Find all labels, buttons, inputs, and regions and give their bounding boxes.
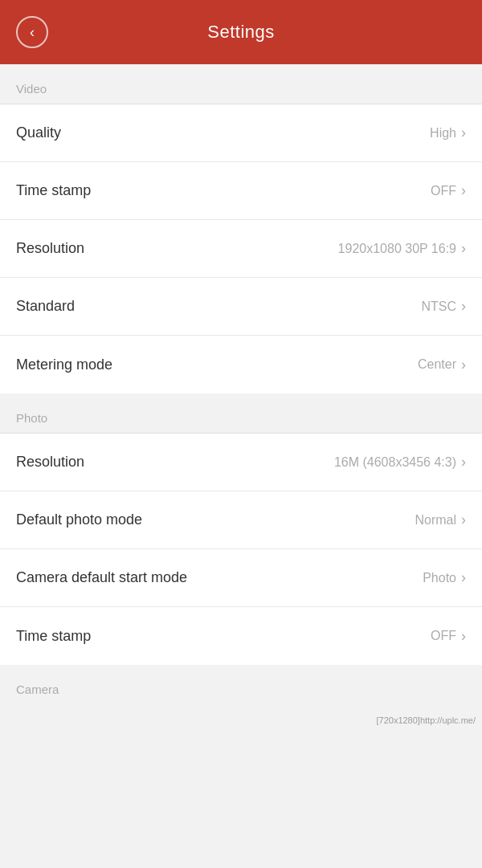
video-resolution-item[interactable]: Resolution 1920x1080 30P 16:9 ›	[0, 220, 482, 278]
footer-text: [720x1280]http://uplc.me/	[376, 715, 476, 725]
video-section-label: Video	[0, 64, 482, 104]
chevron-icon: ›	[461, 124, 466, 141]
chevron-icon: ›	[461, 569, 466, 586]
photo-resolution-value: 16M (4608x3456 4:3) ›	[334, 454, 466, 471]
video-metering-value: Center ›	[418, 357, 466, 373]
video-quality-label: Quality	[16, 124, 61, 141]
video-metering-label: Metering mode	[16, 357, 112, 373]
back-icon: ‹	[30, 24, 35, 41]
video-standard-value: NTSC ›	[421, 298, 466, 315]
video-standard-item[interactable]: Standard NTSC ›	[0, 278, 482, 336]
back-button[interactable]: ‹	[16, 16, 48, 48]
video-quality-item[interactable]: Quality High ›	[0, 104, 482, 162]
photo-section-label: Photo	[0, 393, 482, 433]
camera-default-start-label: Camera default start mode	[16, 569, 187, 586]
camera-default-start-item[interactable]: Camera default start mode Photo ›	[0, 549, 482, 607]
chevron-icon: ›	[461, 511, 466, 528]
photo-timestamp-label: Time stamp	[16, 628, 91, 645]
page-title: Settings	[207, 22, 275, 43]
chevron-icon: ›	[461, 628, 466, 645]
video-metering-item[interactable]: Metering mode Center ›	[0, 336, 482, 393]
camera-default-start-value: Photo ›	[423, 569, 466, 586]
chevron-icon: ›	[461, 454, 466, 471]
app-header: ‹ Settings	[0, 0, 482, 64]
photo-default-mode-label: Default photo mode	[16, 511, 142, 528]
photo-settings-group: Resolution 16M (4608x3456 4:3) › Default…	[0, 433, 482, 665]
video-quality-value: High ›	[430, 124, 466, 141]
photo-default-mode-value: Normal ›	[415, 511, 466, 528]
photo-resolution-item[interactable]: Resolution 16M (4608x3456 4:3) ›	[0, 434, 482, 491]
video-timestamp-label: Time stamp	[16, 182, 91, 199]
video-resolution-label: Resolution	[16, 240, 84, 257]
photo-timestamp-item[interactable]: Time stamp OFF ›	[0, 607, 482, 665]
video-standard-label: Standard	[16, 298, 75, 315]
chevron-icon: ›	[461, 240, 466, 257]
photo-resolution-label: Resolution	[16, 454, 84, 471]
photo-timestamp-value: OFF ›	[431, 628, 466, 645]
video-settings-group: Quality High › Time stamp OFF › Resoluti…	[0, 104, 482, 393]
chevron-icon: ›	[461, 298, 466, 315]
camera-section-label: Camera	[0, 665, 482, 704]
chevron-icon: ›	[461, 357, 466, 373]
video-resolution-value: 1920x1080 30P 16:9 ›	[338, 240, 466, 257]
footer-bar: [720x1280]http://uplc.me/	[0, 704, 482, 728]
video-timestamp-value: OFF ›	[431, 182, 466, 199]
chevron-icon: ›	[461, 182, 466, 199]
photo-default-mode-item[interactable]: Default photo mode Normal ›	[0, 491, 482, 549]
video-timestamp-item[interactable]: Time stamp OFF ›	[0, 162, 482, 220]
